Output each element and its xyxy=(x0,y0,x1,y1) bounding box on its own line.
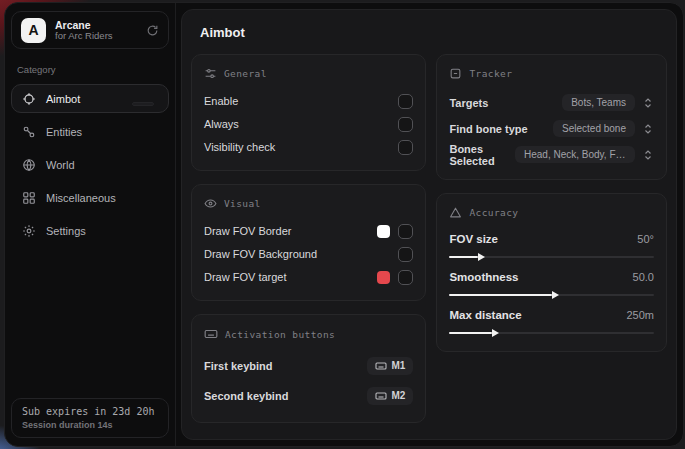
row-label: Smoothness xyxy=(449,271,518,283)
app-window: A Arcane for Arc Riders Category Aimbot xyxy=(4,2,684,447)
setting-row-second-keybind: Second keybind M2 xyxy=(204,381,413,410)
bones-selected-dropdown[interactable]: Head, Neck, Body, Fe... xyxy=(515,146,635,163)
subscription-info: Sub expires in 23d 20h Session duration … xyxy=(11,398,169,438)
setting-row-max-distance: Max distance 250m xyxy=(449,305,654,339)
refresh-icon[interactable] xyxy=(146,24,159,37)
eye-icon xyxy=(204,197,217,210)
keyboard-icon xyxy=(204,327,218,341)
tracker-frame-icon xyxy=(449,67,462,80)
page-title: Aimbot xyxy=(200,25,669,40)
setting-row-draw-fov-background: Draw FOV Background xyxy=(204,243,413,265)
row-label: Enable xyxy=(204,95,238,107)
globe-icon xyxy=(22,158,36,172)
fov-target-color-swatch[interactable] xyxy=(377,271,390,284)
sidebar-item-label: Settings xyxy=(46,225,86,237)
second-keybind-button[interactable]: M2 xyxy=(367,387,414,405)
setting-row-visibility-check: Visibility check xyxy=(204,136,413,158)
setting-row-fov-size: FOV size 50° xyxy=(449,229,654,263)
sidebar-item-miscellaneous[interactable]: Miscellaneous xyxy=(11,183,169,212)
grid-icon xyxy=(22,191,36,205)
row-label: Bones Selected xyxy=(449,143,515,167)
session-duration-text: Session duration 14s xyxy=(22,420,158,430)
fov-border-color-swatch[interactable] xyxy=(377,225,390,238)
smoothness-slider[interactable] xyxy=(449,289,654,301)
card-tracker: Tracker Targets Bots, Teams xyxy=(436,54,667,180)
card-tracker-title: Tracker xyxy=(469,68,512,79)
card-accuracy-title: Accuracy xyxy=(469,207,518,218)
app-subtitle: for Arc Riders xyxy=(55,31,137,42)
fov-size-slider[interactable] xyxy=(449,251,654,263)
setting-row-first-keybind: First keybind M1 xyxy=(204,351,413,380)
keybind-value: M1 xyxy=(392,360,406,371)
sidebar-item-label: Entities xyxy=(46,126,82,138)
sidebar-item-label: Miscellaneous xyxy=(46,192,116,204)
enable-checkbox[interactable] xyxy=(398,94,413,109)
row-label: Max distance xyxy=(449,309,521,321)
row-label: Draw FOV Background xyxy=(204,248,317,260)
card-general: General Enable Always Visibility check xyxy=(191,54,426,171)
row-label: Always xyxy=(204,118,239,130)
keyboard-icon xyxy=(375,360,387,372)
main-panel: Aimbot General Enable xyxy=(181,9,677,440)
triangle-icon xyxy=(449,206,462,219)
sidebar-item-label: World xyxy=(46,159,75,171)
logo-text: Arcane for Arc Riders xyxy=(55,19,137,42)
max-distance-slider[interactable] xyxy=(449,327,654,339)
max-distance-value: 250m xyxy=(626,309,654,321)
row-label: Draw FOV Border xyxy=(204,225,291,237)
app-title: Arcane xyxy=(55,19,137,31)
visibility-check-checkbox[interactable] xyxy=(398,140,413,155)
unfold-icon xyxy=(642,123,654,135)
setting-row-find-bone-type: Find bone type Selected bone xyxy=(449,116,654,141)
sidebar-nav: Aimbot Entities World xyxy=(11,84,169,245)
row-label: Find bone type xyxy=(449,123,527,135)
setting-row-draw-fov-target: Draw FOV target xyxy=(204,266,413,288)
card-activation-buttons: Activation buttons First keybind M1 xyxy=(191,314,426,423)
row-label: Draw FOV target xyxy=(204,271,287,283)
sidebar: A Arcane for Arc Riders Category Aimbot xyxy=(5,3,176,446)
unfold-icon xyxy=(642,149,654,161)
setting-row-always: Always xyxy=(204,113,413,135)
fov-size-value: 50° xyxy=(637,233,654,245)
setting-row-targets: Targets Bots, Teams xyxy=(449,90,654,115)
gear-icon xyxy=(22,224,36,238)
active-item-hint xyxy=(132,102,154,106)
card-activation-title: Activation buttons xyxy=(225,329,335,340)
row-label: First keybind xyxy=(204,360,272,372)
setting-row-smoothness: Smoothness 50.0 xyxy=(449,267,654,301)
draw-fov-background-checkbox[interactable] xyxy=(398,247,413,262)
card-visual: Visual Draw FOV Border Draw FOV Backgrou… xyxy=(191,184,426,301)
sidebar-item-entities[interactable]: Entities xyxy=(11,117,169,146)
sidebar-item-settings[interactable]: Settings xyxy=(11,216,169,245)
card-accuracy: Accuracy FOV size 50° xyxy=(436,193,667,352)
sidebar-item-world[interactable]: World xyxy=(11,150,169,179)
draw-fov-target-checkbox[interactable] xyxy=(398,270,413,285)
crosshair-icon xyxy=(22,92,36,106)
row-label: Second keybind xyxy=(204,390,288,402)
setting-row-enable: Enable xyxy=(204,90,413,112)
category-label: Category xyxy=(17,64,163,75)
entities-icon xyxy=(22,125,36,139)
find-bone-type-dropdown[interactable]: Selected bone xyxy=(553,120,635,137)
unfold-icon xyxy=(642,97,654,109)
sidebar-item-label: Aimbot xyxy=(46,93,80,105)
card-general-title: General xyxy=(224,68,267,79)
sidebar-item-aimbot[interactable]: Aimbot xyxy=(11,84,169,113)
setting-row-draw-fov-border: Draw FOV Border xyxy=(204,220,413,242)
card-visual-title: Visual xyxy=(224,198,261,209)
app-logo: A xyxy=(21,18,46,43)
row-label: FOV size xyxy=(449,233,498,245)
sliders-icon xyxy=(204,67,217,80)
sub-expiry-text: Sub expires in 23d 20h xyxy=(22,406,158,417)
keyboard-icon xyxy=(375,390,387,402)
draw-fov-border-checkbox[interactable] xyxy=(398,224,413,239)
always-checkbox[interactable] xyxy=(398,117,413,132)
smoothness-value: 50.0 xyxy=(633,271,654,283)
first-keybind-button[interactable]: M1 xyxy=(367,357,414,375)
targets-dropdown[interactable]: Bots, Teams xyxy=(562,94,635,111)
logo-card: A Arcane for Arc Riders xyxy=(11,11,169,49)
setting-row-bones-selected: Bones Selected Head, Neck, Body, Fe... xyxy=(449,142,654,167)
row-label: Visibility check xyxy=(204,141,275,153)
row-label: Targets xyxy=(449,97,488,109)
keybind-value: M2 xyxy=(392,390,406,401)
